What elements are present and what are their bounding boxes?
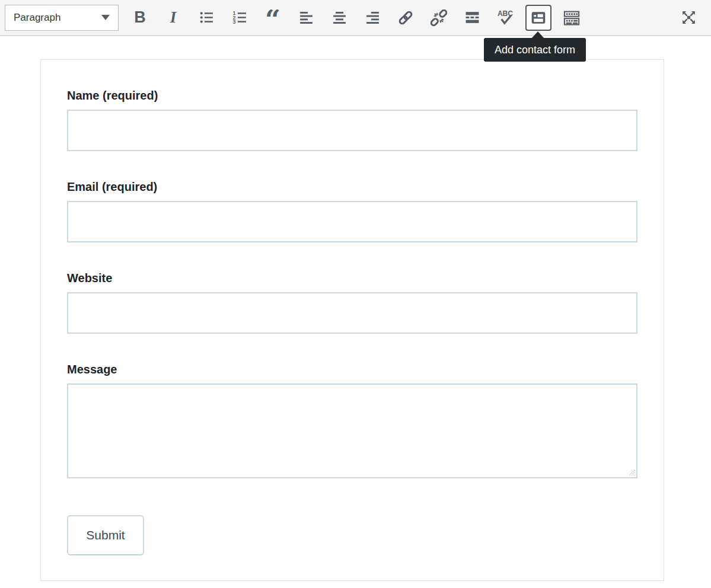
field-group-email: Email (required) <box>67 180 637 242</box>
toolbar-toggle-button[interactable] <box>559 5 585 31</box>
fullscreen-button[interactable] <box>675 5 702 31</box>
blockquote-button[interactable]: “ <box>260 5 286 31</box>
message-field-label: Message <box>67 363 637 376</box>
bold-icon: B <box>134 9 146 25</box>
svg-text:3: 3 <box>232 19 235 25</box>
field-group-message: Message <box>67 363 637 478</box>
align-right-button[interactable] <box>359 5 385 31</box>
align-center-icon <box>331 9 347 25</box>
add-contact-form-tooltip: Add contact form <box>484 38 586 62</box>
remove-link-button[interactable] <box>426 5 452 31</box>
bulleted-list-icon <box>199 9 215 25</box>
name-field-input[interactable] <box>67 110 637 151</box>
numbered-list-icon: 1 2 3 <box>232 9 248 25</box>
add-contact-form-button[interactable] <box>525 5 551 31</box>
link-icon <box>397 9 414 26</box>
website-field-label: Website <box>67 271 637 285</box>
keyboard-icon <box>563 9 581 27</box>
read-more-icon <box>464 9 480 25</box>
tooltip-text: Add contact form <box>495 44 575 56</box>
contact-form-preview: Name (required) Email (required) Website… <box>40 59 664 581</box>
bulleted-list-button[interactable] <box>193 5 219 31</box>
align-left-button[interactable] <box>293 5 319 31</box>
email-field-label: Email (required) <box>67 180 637 193</box>
spellcheck-icon: ABC <box>496 9 514 27</box>
submit-row: Submit <box>67 515 637 555</box>
align-left-icon <box>298 9 314 25</box>
align-center-button[interactable] <box>326 5 352 31</box>
blockquote-icon: “ <box>264 9 282 26</box>
field-group-website: Website <box>67 271 637 334</box>
field-group-name: Name (required) <box>67 89 637 151</box>
spellcheck-button[interactable]: ABC <box>492 5 518 31</box>
contact-form-icon <box>530 9 547 26</box>
format-dropdown[interactable]: Paragraph <box>5 5 119 31</box>
insert-link-button[interactable] <box>393 5 419 31</box>
numbered-list-button[interactable]: 1 2 3 <box>227 5 253 31</box>
fullscreen-icon <box>681 9 697 25</box>
italic-icon: I <box>170 9 177 25</box>
message-field-textarea[interactable] <box>67 384 637 478</box>
chevron-down-icon <box>101 15 110 20</box>
bold-button[interactable]: B <box>127 5 153 31</box>
editor-toolbar: Paragraph B I 1 2 3 <box>0 0 711 36</box>
editor-content-area: Name (required) Email (required) Website… <box>0 36 711 581</box>
unlink-icon <box>431 9 447 26</box>
format-dropdown-value: Paragraph <box>14 12 60 24</box>
svg-text:“: “ <box>265 9 280 26</box>
email-field-input[interactable] <box>67 201 637 242</box>
submit-button[interactable]: Submit <box>67 515 144 555</box>
insert-read-more-tag-button[interactable] <box>459 5 485 31</box>
website-field-input[interactable] <box>67 292 637 334</box>
message-textarea-wrap <box>67 384 637 478</box>
align-right-icon <box>365 9 381 25</box>
italic-button[interactable]: I <box>160 5 186 31</box>
name-field-label: Name (required) <box>67 89 637 102</box>
